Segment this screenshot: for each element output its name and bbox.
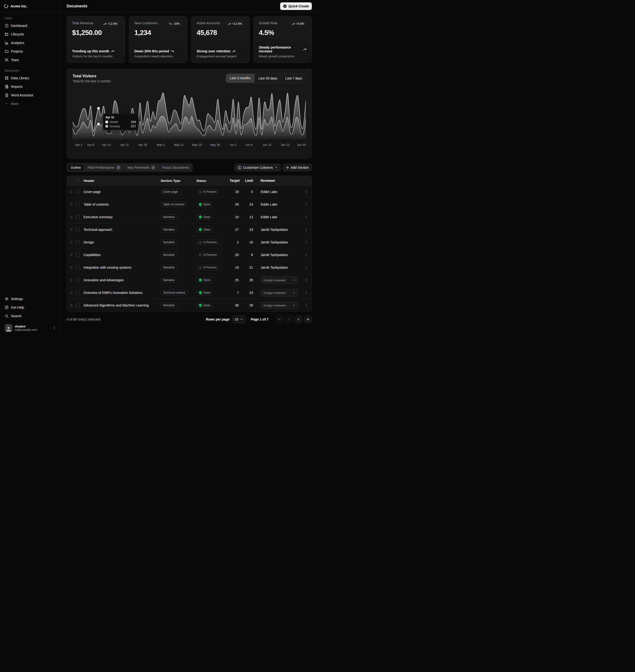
sidebar-item-reports[interactable]: Reports <box>3 83 58 90</box>
target-value[interactable]: 25 <box>230 278 244 282</box>
drag-handle[interactable] <box>67 202 76 206</box>
row-checkbox[interactable] <box>76 215 80 219</box>
row-header-link[interactable]: Design <box>84 240 161 244</box>
target-value[interactable]: 20 <box>230 253 244 257</box>
drag-handle[interactable] <box>67 253 76 257</box>
row-menu-button[interactable] <box>303 302 310 309</box>
tab-past-performance[interactable]: Past Performance3 <box>85 164 124 171</box>
row-header-link[interactable]: Advanced Algorithms and Machine Learning <box>84 304 161 307</box>
row-menu-button[interactable] <box>303 251 310 258</box>
next-page-button[interactable] <box>294 316 302 323</box>
drag-handle[interactable] <box>67 228 76 231</box>
range-last-30-days[interactable]: Last 30 days <box>255 74 281 83</box>
row-checkbox[interactable] <box>76 228 80 231</box>
tab-outline[interactable]: Outline <box>67 164 84 171</box>
limit-value[interactable]: 5 <box>244 190 258 194</box>
target-value[interactable]: 2 <box>230 240 244 244</box>
drag-handle[interactable] <box>67 240 76 244</box>
drag-handle[interactable] <box>67 190 76 194</box>
assign-reviewer-select[interactable]: Assign reviewer <box>261 301 298 309</box>
assign-reviewer-select[interactable]: Assign reviewer <box>261 276 298 284</box>
sidebar-item-word-assistant[interactable]: Word Assistant <box>3 91 58 99</box>
row-header-link[interactable]: Table of contents <box>84 202 161 206</box>
target-value[interactable]: 19 <box>230 266 244 269</box>
row-menu-button[interactable] <box>303 226 310 233</box>
sidebar-item-get-help[interactable]: Get Help <box>3 304 58 311</box>
quick-create-button[interactable]: Quick Create <box>280 2 312 10</box>
row-header-link[interactable]: Innovation and Advantages <box>84 278 161 282</box>
row-checkbox[interactable] <box>76 266 80 269</box>
sidebar-item-dashboard[interactable]: Dashboard <box>3 22 58 29</box>
sidebar-item-lifecycle[interactable]: Lifecycle <box>3 30 58 38</box>
tab-focus-documents[interactable]: Focus Documents <box>159 164 192 171</box>
limit-value[interactable]: 23 <box>244 228 258 231</box>
sidebar-item-projects[interactable]: Projects <box>3 48 58 55</box>
sidebar-item-team[interactable]: Team <box>3 56 58 64</box>
range-last-7-days[interactable]: Last 7 days <box>281 74 306 83</box>
row-checkbox[interactable] <box>76 240 80 244</box>
add-section-button[interactable]: Add Section <box>283 164 312 171</box>
row-header-link[interactable]: Cover page <box>84 190 161 194</box>
assign-reviewer-select[interactable]: Assign reviewer <box>261 289 298 296</box>
drag-handle[interactable] <box>67 291 76 295</box>
select-all-checkbox[interactable] <box>76 179 80 182</box>
first-page-button[interactable] <box>276 316 283 323</box>
sidebar-item-settings[interactable]: Settings <box>3 295 58 303</box>
column-header[interactable]: Header <box>84 179 161 182</box>
row-menu-button[interactable] <box>303 239 310 246</box>
drag-handle[interactable] <box>67 266 76 269</box>
drag-handle[interactable] <box>67 215 76 219</box>
row-menu-button[interactable] <box>303 214 310 220</box>
column-section-type[interactable]: Section Type <box>161 179 196 182</box>
limit-value[interactable]: 26 <box>244 278 258 282</box>
row-checkbox[interactable] <box>76 253 80 257</box>
drag-handle[interactable] <box>67 278 76 282</box>
sidebar-item-data-library[interactable]: Data Library <box>3 74 58 82</box>
sidebar-item-more[interactable]: More <box>3 100 58 108</box>
sidebar-header[interactable]: Acme Inc. <box>0 0 61 13</box>
row-menu-button[interactable] <box>303 188 310 195</box>
row-header-link[interactable]: Technical approach <box>84 228 161 231</box>
sidebar-item-analytics[interactable]: Analytics <box>3 39 58 47</box>
target-value[interactable]: 18 <box>230 190 244 194</box>
range-last-3-months[interactable]: Last 3 months <box>226 73 255 83</box>
row-header-link[interactable]: Capabilities <box>84 253 161 257</box>
column-target[interactable]: Target <box>230 179 244 182</box>
area-chart[interactable]: Apr 2Apr 8Apr 14Apr 21Apr 28May 5May 12M… <box>72 87 306 150</box>
drag-handle[interactable] <box>67 304 76 307</box>
limit-value[interactable]: 24 <box>244 202 258 206</box>
sidebar-item-search[interactable]: Search <box>3 312 58 320</box>
target-value[interactable]: 27 <box>230 228 244 231</box>
row-header-link[interactable]: Overview of EMR's Innovative Solutions <box>84 291 161 295</box>
row-header-link[interactable]: Executive summary <box>84 215 161 219</box>
row-menu-button[interactable] <box>303 264 310 271</box>
row-checkbox[interactable] <box>76 278 80 282</box>
row-checkbox[interactable] <box>76 190 80 194</box>
column-status[interactable]: Status <box>196 179 230 182</box>
last-page-button[interactable] <box>304 316 312 323</box>
target-value[interactable]: 10 <box>230 215 244 219</box>
row-menu-button[interactable] <box>303 277 310 284</box>
row-menu-button[interactable] <box>303 289 310 296</box>
limit-value[interactable]: 23 <box>244 291 258 295</box>
limit-value[interactable]: 16 <box>244 240 258 244</box>
tab-key-personnel[interactable]: Key Personnel2 <box>124 164 158 171</box>
target-value[interactable]: 7 <box>230 291 244 295</box>
limit-value[interactable]: 13 <box>244 215 258 219</box>
previous-page-button[interactable] <box>285 316 293 323</box>
target-value[interactable]: 30 <box>230 304 244 307</box>
row-header-link[interactable]: Integration with existing systems <box>84 266 161 269</box>
row-checkbox[interactable] <box>76 291 80 295</box>
target-value[interactable]: 29 <box>230 202 244 206</box>
customize-columns-button[interactable]: Customize Columns <box>235 164 280 171</box>
column-limit[interactable]: Limit <box>244 179 258 182</box>
limit-value[interactable]: 8 <box>244 253 258 257</box>
user-menu[interactable]: shadcn m@example.com <box>3 323 58 333</box>
row-menu-button[interactable] <box>303 201 310 208</box>
limit-value[interactable]: 28 <box>244 304 258 307</box>
column-reviewer[interactable]: Reviewer <box>258 179 301 182</box>
limit-value[interactable]: 21 <box>244 266 258 269</box>
rows-per-page-select[interactable]: 10 <box>232 316 246 323</box>
row-checkbox[interactable] <box>76 202 80 206</box>
row-checkbox[interactable] <box>76 304 80 307</box>
